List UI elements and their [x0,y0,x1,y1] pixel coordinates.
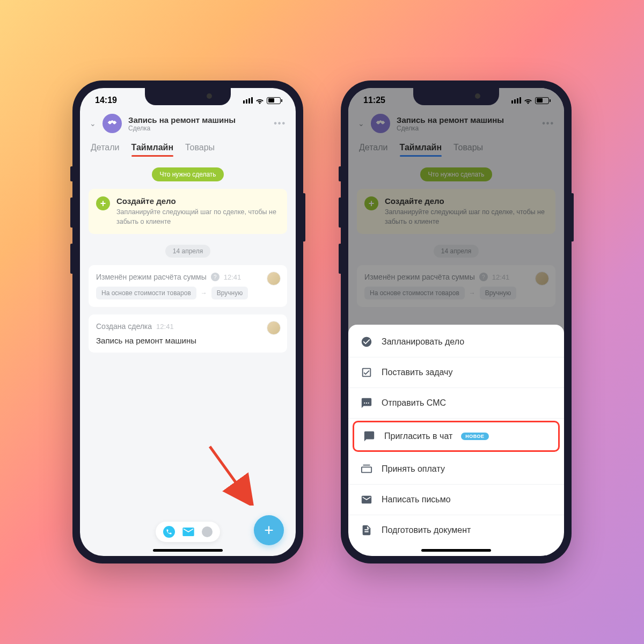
action-label: Отправить СМС [382,398,446,408]
home-indicator[interactable] [421,549,491,552]
new-badge: НОВОЕ [461,433,488,440]
screen-left: 14:19 ⌄ Запись на ремонт машины Сделка •… [80,88,296,556]
wallet-icon [360,463,373,475]
signal-icon [243,97,253,104]
check-circle-icon [360,335,373,348]
action-label: Пригласить в чат [384,431,452,441]
document-icon [360,524,373,537]
battery-icon [267,97,281,104]
action-sheet: Запланировать дело Поставить задачу Отпр… [348,325,564,556]
action-plan[interactable]: Запланировать дело [348,327,564,357]
tab-details[interactable]: Детали [91,143,120,159]
checkbox-icon [360,366,373,379]
plus-icon: + [96,196,110,210]
action-email[interactable]: Написать письмо [348,485,564,515]
phone-right: 11:25 ⌄ Запись на ремонт машины Сделка •… [341,80,572,564]
notch [413,88,499,105]
timeline-event[interactable]: Создана сделка 12:41 Запись на ремонт ма… [89,314,287,353]
wifi-icon [255,97,264,104]
home-indicator[interactable] [153,549,223,552]
notch [145,88,231,105]
action-label: Запланировать дело [382,337,464,347]
arrow-annotation [204,441,258,508]
add-button[interactable]: + [254,515,284,545]
create-subtitle: Запланируйте следующий шаг по сделке, чт… [116,208,280,226]
avatar [267,272,281,286]
deal-icon [103,114,122,133]
event-time: 12:41 [224,273,241,281]
action-task[interactable]: Поставить задачу [348,357,564,388]
event-title: Изменён режим расчёта суммы [96,273,207,281]
more-icon[interactable]: ••• [274,119,286,128]
phone-left: 14:19 ⌄ Запись на ремонт машины Сделка •… [72,80,303,564]
action-label: Поставить задачу [382,368,452,377]
tabs: Детали Таймлайн Товары [80,137,296,159]
phone-icon[interactable] [163,526,175,538]
sms-icon [360,397,373,409]
tab-timeline[interactable]: Таймлайн [131,143,174,159]
mail-icon[interactable] [182,526,194,538]
event-body: Запись на ремонт машины [96,336,280,345]
page-title: Запись на ремонт машины [128,115,267,125]
header: ⌄ Запись на ремонт машины Сделка ••• [80,109,296,137]
create-title: Создайте дело [116,196,280,206]
action-document[interactable]: Подготовить документ [348,515,564,545]
chat-icon[interactable] [202,526,213,537]
avatar [267,321,281,335]
action-payment[interactable]: Принять оплату [348,454,564,485]
quick-actions [156,522,220,542]
todo-pill: Что нужно сделать [152,167,223,181]
status-time: 14:19 [95,96,117,105]
svg-line-0 [210,447,245,495]
mail-icon [360,493,373,506]
tag-from: На основе стоимости товаров [96,287,196,299]
create-task-card[interactable]: + Создайте дело Запланируйте следующий ш… [89,189,287,234]
chat-invite-icon [363,430,376,443]
arrow-right-icon: → [201,289,207,297]
event-time: 12:41 [156,323,174,331]
timeline-event[interactable]: Изменён режим расчёта суммы ? 12:41 На о… [89,265,287,307]
page-subtitle: Сделка [128,125,267,132]
chevron-down-icon[interactable]: ⌄ [90,119,96,128]
tab-products[interactable]: Товары [185,143,215,159]
screen-right: 11:25 ⌄ Запись на ремонт машины Сделка •… [348,88,564,556]
action-label: Подготовить документ [382,525,471,535]
help-icon[interactable]: ? [211,273,219,281]
action-label: Принять оплату [382,464,445,474]
action-invite-chat[interactable]: Пригласить в чат НОВОЕ [353,421,560,452]
date-pill: 14 апреля [165,245,210,258]
event-title: Создана сделка [96,322,152,331]
action-sms[interactable]: Отправить СМС [348,388,564,419]
action-label: Написать письмо [382,495,451,504]
tag-to: Вручную [211,287,248,299]
